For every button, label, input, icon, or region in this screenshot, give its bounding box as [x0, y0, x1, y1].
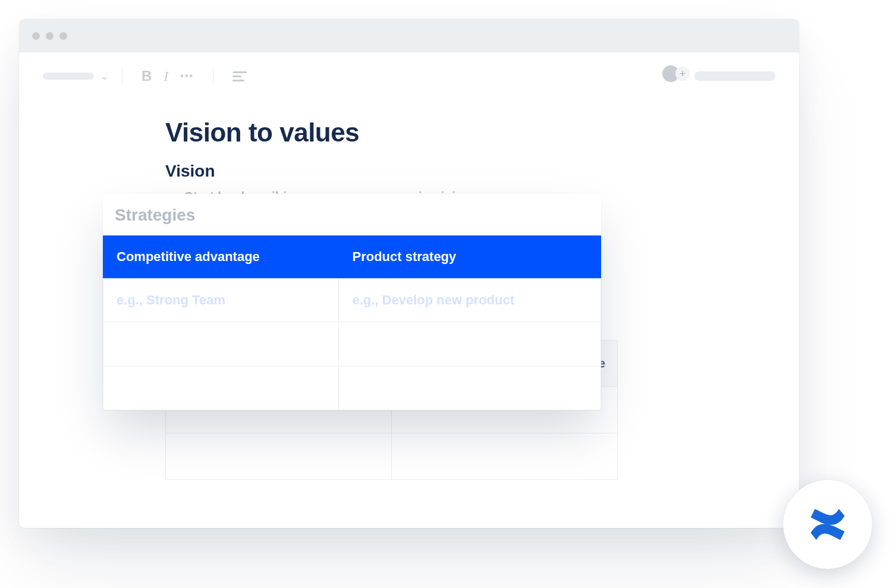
bold-button[interactable]: B [136, 69, 158, 83]
svg-rect-2 [232, 80, 244, 81]
document-body[interactable]: Vision to values Vision Start by describ… [19, 100, 799, 205]
chevron-down-icon: ⌄ [100, 70, 109, 83]
confluence-logo-badge [783, 480, 872, 569]
vision-heading[interactable]: Vision [165, 162, 752, 181]
window-titlebar [19, 19, 799, 52]
col-product-strategy[interactable]: Product strategy [339, 236, 601, 278]
confluence-icon [805, 502, 850, 547]
style-dropdown[interactable] [43, 73, 94, 80]
toolbar-separator [122, 68, 122, 84]
italic-button[interactable]: I [158, 69, 174, 83]
cell-empty[interactable] [339, 366, 601, 410]
strategies-heading: Strategies [103, 194, 601, 235]
window-control-zoom[interactable] [59, 32, 67, 40]
cell-advantage-example[interactable]: e.g., Strong Team [103, 278, 339, 322]
publish-button-placeholder[interactable] [694, 71, 775, 81]
cell-strategy-example[interactable]: e.g., Develop new product [339, 278, 601, 322]
strategies-overlay-card: Strategies Competitive advantage Product… [103, 194, 601, 410]
cell-empty[interactable] [339, 322, 601, 366]
strategies-table[interactable]: Competitive advantage Product strategy e… [103, 235, 601, 410]
window-control-minimize[interactable] [46, 32, 54, 40]
cell-empty[interactable] [103, 322, 339, 366]
more-formatting-button[interactable]: ••• [174, 71, 200, 81]
svg-rect-0 [232, 71, 247, 73]
collaborators[interactable]: + [662, 65, 684, 87]
col-competitive-advantage[interactable]: Competitive advantage [103, 236, 339, 278]
align-left-icon[interactable] [227, 70, 253, 82]
editor-toolbar: ⌄ B I ••• + [19, 52, 799, 100]
add-collaborator-button[interactable]: + [675, 67, 690, 81]
svg-rect-1 [232, 76, 241, 77]
toolbar-separator [213, 68, 213, 84]
page-title[interactable]: Vision to values [165, 118, 752, 147]
window-control-close[interactable] [32, 32, 40, 40]
cell-empty[interactable] [103, 366, 339, 410]
